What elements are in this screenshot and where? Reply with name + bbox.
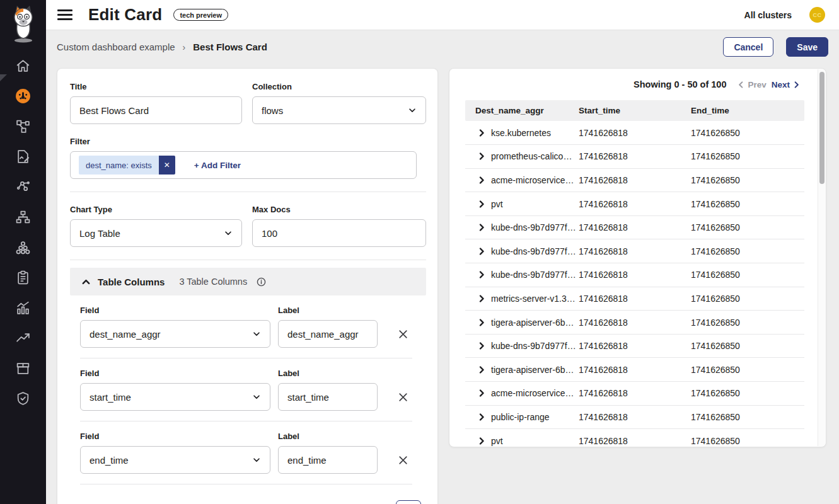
expand-row-button[interactable] [478, 389, 485, 397]
expand-row-button[interactable] [478, 366, 485, 374]
column-header-dest-name-aggr: Dest_name_aggr [465, 100, 579, 121]
expand-row-button[interactable] [478, 295, 485, 302]
chevron-right-icon [478, 295, 485, 302]
chevron-right-icon [478, 437, 485, 445]
close-icon [398, 392, 408, 403]
chart-type-select[interactable]: Log Table [70, 219, 242, 247]
service-graph-icon [15, 179, 31, 195]
expand-row-button[interactable] [478, 413, 485, 421]
sidebar-item-flow-visualizations[interactable] [8, 111, 38, 141]
hamburger-menu-icon[interactable] [57, 8, 75, 23]
sidebar-item-policies[interactable] [8, 262, 38, 292]
expand-row-button[interactable] [478, 224, 485, 231]
filter-chip: dest_name: exists ✕ [79, 156, 175, 175]
sidebar-item-reports[interactable] [8, 141, 38, 171]
start-time-value: 1741626818 [579, 192, 691, 216]
end-time-value: 1741626850 [691, 121, 804, 145]
sidebar-item-compliance[interactable] [8, 383, 38, 413]
chevron-right-icon [478, 413, 485, 421]
chevron-down-icon [252, 392, 261, 401]
page-title: Edit Card [88, 5, 162, 25]
column-field-select[interactable]: end_time [80, 446, 270, 474]
sidebar-item-hierarchy[interactable] [8, 202, 38, 232]
column-field-select[interactable]: dest_name_aggr [80, 320, 270, 348]
expand-row-button[interactable] [478, 319, 485, 326]
flow-visualizations-icon [15, 118, 31, 134]
breadcrumb-parent[interactable]: Custom dashboard example [57, 42, 175, 52]
chevron-right-icon [478, 200, 485, 208]
expand-row-button[interactable] [478, 271, 485, 278]
field-label: Field [80, 369, 270, 378]
sidebar-item-statistics[interactable] [8, 292, 38, 323]
table-column-row: Field Label start_time [80, 358, 426, 421]
table-columns-header: Table Columns 3 Table Columns [70, 268, 426, 295]
sidebar-item-packages[interactable] [8, 353, 38, 383]
save-button[interactable]: Save [786, 37, 828, 57]
card-editor-panel: Title Collection flows Filter dest_name:… [57, 68, 438, 504]
column-header-end-time: End_time [691, 100, 804, 121]
dest-name-value: pvt [491, 436, 503, 446]
label-label: Label [278, 369, 378, 378]
add-column-button[interactable]: + [396, 500, 421, 504]
expand-row-button[interactable] [478, 129, 485, 137]
info-icon[interactable] [257, 277, 266, 287]
column-label-input[interactable] [278, 320, 378, 348]
table-row: kube-dns-9b7d977f… 1741626818 1741626850 [465, 263, 804, 287]
dest-name-value: tigera-apiserver-6b… [491, 318, 574, 328]
remove-filter-button[interactable]: ✕ [159, 156, 175, 175]
sidebar-item-home[interactable] [8, 50, 38, 81]
home-icon [15, 58, 31, 74]
sidebar-item-service-graph[interactable] [8, 171, 38, 202]
log-table: Dest_name_aggr Start_time End_time kse.k… [465, 100, 804, 447]
column-label-input[interactable] [278, 446, 378, 474]
filter-label: Filter [70, 137, 426, 146]
table-row: acme-microservice… 1741626818 1741626850 [465, 168, 804, 192]
expand-row-button[interactable] [478, 200, 485, 208]
start-time-value: 1741626818 [579, 263, 691, 287]
max-docs-input[interactable] [252, 219, 426, 247]
end-time-value: 1741626850 [691, 334, 804, 358]
remove-column-button[interactable] [396, 327, 410, 341]
dest-name-value: acme-microservice… [491, 175, 574, 185]
chevron-up-icon [81, 277, 91, 287]
start-time-value: 1741626818 [579, 145, 691, 169]
sidebar-item-clusters[interactable] [8, 232, 38, 262]
start-time-value: 1741626818 [579, 239, 691, 263]
remove-column-button[interactable] [396, 453, 410, 467]
dest-name-value: prometheus-calico… [491, 151, 572, 161]
field-label: Field [80, 432, 270, 441]
expand-row-button[interactable] [478, 342, 485, 350]
cluster-selector[interactable]: All clusters [744, 10, 792, 20]
collection-select[interactable]: flows [252, 96, 426, 124]
next-page-button[interactable]: Next [772, 80, 800, 89]
divider [70, 192, 426, 192]
chevron-right-icon [478, 176, 485, 184]
remove-column-button[interactable] [396, 390, 410, 404]
expand-row-button[interactable] [478, 152, 485, 160]
sidebar-item-threat-feeds[interactable] [8, 323, 38, 353]
start-time-value: 1741626818 [579, 334, 691, 358]
collapse-section-button[interactable] [81, 277, 91, 287]
column-field-select[interactable]: start_time [80, 383, 270, 411]
title-label: Title [70, 82, 242, 91]
column-label-input[interactable] [278, 383, 378, 411]
user-avatar[interactable]: CC [809, 7, 825, 23]
calico-cat-logo[interactable] [7, 5, 40, 43]
sidebar-item-dashboard[interactable] [8, 81, 38, 111]
expand-row-button[interactable] [478, 248, 485, 255]
title-input[interactable] [70, 96, 242, 124]
pagination: Showing 0 - 50 of 100 Prev Next [449, 69, 826, 100]
filter-box: dest_name: exists ✕ + Add Filter [70, 151, 417, 179]
cancel-button[interactable]: Cancel [723, 37, 773, 57]
stats-chart-icon [15, 300, 31, 316]
scrollbar-track[interactable] [818, 69, 826, 446]
prev-page-button[interactable]: Prev [738, 80, 766, 89]
table-row: acme-microservice… 1741626818 1741626850 [465, 382, 804, 406]
scrollbar-thumb[interactable] [819, 72, 825, 184]
max-docs-label: Max Docs [252, 205, 426, 214]
table-column-row: Field Label dest_name_aggr [80, 295, 426, 358]
add-filter-button[interactable]: + Add Filter [194, 161, 241, 170]
close-icon [398, 329, 408, 340]
expand-row-button[interactable] [478, 176, 485, 184]
expand-row-button[interactable] [478, 437, 485, 445]
